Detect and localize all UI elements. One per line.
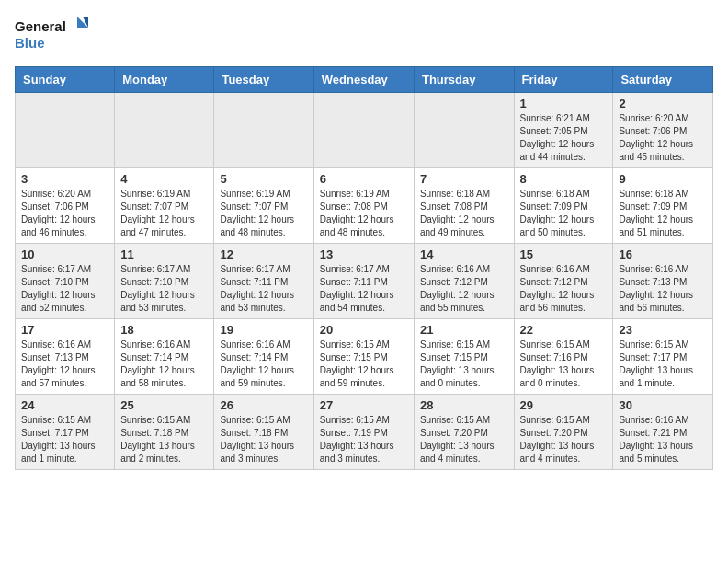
day-number: 22: [520, 323, 608, 337]
calendar-cell: 18Sunrise: 6:16 AM Sunset: 7:14 PM Dayli…: [115, 319, 214, 395]
day-header-tuesday: Tuesday: [214, 67, 313, 93]
day-header-monday: Monday: [115, 67, 214, 93]
day-info: Sunrise: 6:15 AM Sunset: 7:20 PM Dayligh…: [520, 414, 608, 465]
day-header-friday: Friday: [514, 67, 613, 93]
day-info: Sunrise: 6:18 AM Sunset: 7:08 PM Dayligh…: [420, 188, 508, 239]
calendar-cell: 12Sunrise: 6:17 AM Sunset: 7:11 PM Dayli…: [214, 244, 313, 319]
day-info: Sunrise: 6:15 AM Sunset: 7:20 PM Dayligh…: [420, 414, 508, 465]
day-number: 27: [320, 398, 408, 412]
day-info: Sunrise: 6:15 AM Sunset: 7:19 PM Dayligh…: [320, 414, 408, 465]
day-number: 16: [619, 247, 707, 261]
calendar-week-row: 24Sunrise: 6:15 AM Sunset: 7:17 PM Dayli…: [16, 395, 713, 470]
day-info: Sunrise: 6:15 AM Sunset: 7:18 PM Dayligh…: [220, 414, 307, 465]
day-info: Sunrise: 6:16 AM Sunset: 7:13 PM Dayligh…: [619, 263, 707, 315]
calendar-cell: 8Sunrise: 6:18 AM Sunset: 7:09 PM Daylig…: [514, 168, 613, 244]
svg-text:General: General: [15, 18, 66, 34]
calendar-cell: 10Sunrise: 6:17 AM Sunset: 7:10 PM Dayli…: [16, 244, 115, 319]
day-number: 6: [320, 172, 408, 186]
day-info: Sunrise: 6:21 AM Sunset: 7:05 PM Dayligh…: [520, 112, 608, 164]
logo: General Blue: [15, 15, 88, 55]
day-header-thursday: Thursday: [414, 67, 514, 93]
day-number: 18: [120, 323, 208, 337]
day-info: Sunrise: 6:15 AM Sunset: 7:15 PM Dayligh…: [420, 339, 508, 390]
calendar-cell: 19Sunrise: 6:16 AM Sunset: 7:14 PM Dayli…: [214, 319, 313, 395]
day-header-saturday: Saturday: [613, 67, 713, 93]
calendar-week-row: 1Sunrise: 6:21 AM Sunset: 7:05 PM Daylig…: [16, 93, 713, 168]
calendar-header-row: SundayMondayTuesdayWednesdayThursdayFrid…: [16, 67, 713, 93]
calendar-cell: 28Sunrise: 6:15 AM Sunset: 7:20 PM Dayli…: [414, 395, 514, 470]
day-info: Sunrise: 6:17 AM Sunset: 7:10 PM Dayligh…: [120, 263, 208, 315]
day-number: 10: [21, 247, 108, 261]
day-info: Sunrise: 6:16 AM Sunset: 7:14 PM Dayligh…: [220, 339, 307, 390]
day-number: 23: [619, 323, 707, 337]
calendar-cell: 4Sunrise: 6:19 AM Sunset: 7:07 PM Daylig…: [115, 168, 214, 244]
day-info: Sunrise: 6:15 AM Sunset: 7:17 PM Dayligh…: [619, 339, 707, 390]
calendar-cell: 9Sunrise: 6:18 AM Sunset: 7:09 PM Daylig…: [613, 168, 713, 244]
day-header-wednesday: Wednesday: [313, 67, 414, 93]
calendar-cell: 23Sunrise: 6:15 AM Sunset: 7:17 PM Dayli…: [613, 319, 713, 395]
day-info: Sunrise: 6:17 AM Sunset: 7:10 PM Dayligh…: [21, 263, 108, 315]
calendar-cell: 20Sunrise: 6:15 AM Sunset: 7:15 PM Dayli…: [313, 319, 414, 395]
calendar-cell: 6Sunrise: 6:19 AM Sunset: 7:08 PM Daylig…: [313, 168, 414, 244]
day-info: Sunrise: 6:16 AM Sunset: 7:14 PM Dayligh…: [120, 339, 208, 390]
calendar-cell: 30Sunrise: 6:16 AM Sunset: 7:21 PM Dayli…: [613, 395, 713, 470]
day-info: Sunrise: 6:19 AM Sunset: 7:07 PM Dayligh…: [120, 188, 208, 239]
day-info: Sunrise: 6:18 AM Sunset: 7:09 PM Dayligh…: [520, 188, 608, 239]
day-number: 3: [21, 172, 108, 186]
calendar-cell: 25Sunrise: 6:15 AM Sunset: 7:18 PM Dayli…: [115, 395, 214, 470]
day-info: Sunrise: 6:16 AM Sunset: 7:12 PM Dayligh…: [520, 263, 608, 315]
day-number: 14: [420, 247, 508, 261]
day-number: 20: [320, 323, 408, 337]
day-info: Sunrise: 6:18 AM Sunset: 7:09 PM Dayligh…: [619, 188, 707, 239]
day-number: 30: [619, 398, 707, 412]
day-number: 17: [21, 323, 108, 337]
day-number: 26: [220, 398, 307, 412]
calendar-cell: 11Sunrise: 6:17 AM Sunset: 7:10 PM Dayli…: [115, 244, 214, 319]
calendar-cell: 24Sunrise: 6:15 AM Sunset: 7:17 PM Dayli…: [16, 395, 115, 470]
day-info: Sunrise: 6:15 AM Sunset: 7:15 PM Dayligh…: [320, 339, 408, 390]
day-info: Sunrise: 6:15 AM Sunset: 7:18 PM Dayligh…: [120, 414, 208, 465]
day-info: Sunrise: 6:19 AM Sunset: 7:08 PM Dayligh…: [320, 188, 408, 239]
calendar-table: SundayMondayTuesdayWednesdayThursdayFrid…: [15, 66, 713, 470]
day-number: 1: [520, 97, 608, 110]
calendar-cell: 17Sunrise: 6:16 AM Sunset: 7:13 PM Dayli…: [16, 319, 115, 395]
day-info: Sunrise: 6:20 AM Sunset: 7:06 PM Dayligh…: [619, 112, 707, 164]
calendar-cell: 16Sunrise: 6:16 AM Sunset: 7:13 PM Dayli…: [613, 244, 713, 319]
day-number: 11: [120, 247, 208, 261]
calendar-cell: [115, 93, 214, 168]
calendar-cell: 27Sunrise: 6:15 AM Sunset: 7:19 PM Dayli…: [313, 395, 414, 470]
calendar-cell: 22Sunrise: 6:15 AM Sunset: 7:16 PM Dayli…: [514, 319, 613, 395]
day-number: 15: [520, 247, 608, 261]
day-number: 2: [619, 97, 707, 110]
day-number: 13: [320, 247, 408, 261]
calendar-cell: 2Sunrise: 6:20 AM Sunset: 7:06 PM Daylig…: [613, 93, 713, 168]
calendar-week-row: 3Sunrise: 6:20 AM Sunset: 7:06 PM Daylig…: [16, 168, 713, 244]
day-number: 24: [21, 398, 108, 412]
day-info: Sunrise: 6:16 AM Sunset: 7:13 PM Dayligh…: [21, 339, 108, 390]
calendar-cell: 7Sunrise: 6:18 AM Sunset: 7:08 PM Daylig…: [414, 168, 514, 244]
day-header-sunday: Sunday: [16, 67, 115, 93]
day-info: Sunrise: 6:16 AM Sunset: 7:12 PM Dayligh…: [420, 263, 508, 315]
day-number: 19: [220, 323, 307, 337]
calendar-cell: [214, 93, 313, 168]
day-number: 21: [420, 323, 508, 337]
day-number: 12: [220, 247, 307, 261]
calendar-cell: 14Sunrise: 6:16 AM Sunset: 7:12 PM Dayli…: [414, 244, 514, 319]
calendar-cell: 21Sunrise: 6:15 AM Sunset: 7:15 PM Dayli…: [414, 319, 514, 395]
calendar-cell: 3Sunrise: 6:20 AM Sunset: 7:06 PM Daylig…: [16, 168, 115, 244]
calendar-cell: 5Sunrise: 6:19 AM Sunset: 7:07 PM Daylig…: [214, 168, 313, 244]
calendar-cell: 1Sunrise: 6:21 AM Sunset: 7:05 PM Daylig…: [514, 93, 613, 168]
calendar-cell: 26Sunrise: 6:15 AM Sunset: 7:18 PM Dayli…: [214, 395, 313, 470]
day-number: 29: [520, 398, 608, 412]
day-number: 25: [120, 398, 208, 412]
day-info: Sunrise: 6:15 AM Sunset: 7:17 PM Dayligh…: [21, 414, 108, 465]
calendar-cell: 29Sunrise: 6:15 AM Sunset: 7:20 PM Dayli…: [514, 395, 613, 470]
day-info: Sunrise: 6:15 AM Sunset: 7:16 PM Dayligh…: [520, 339, 608, 390]
day-number: 5: [220, 172, 307, 186]
page-header: General Blue: [15, 15, 713, 55]
svg-text:Blue: Blue: [15, 35, 45, 51]
calendar-cell: [16, 93, 115, 168]
day-number: 7: [420, 172, 508, 186]
calendar-cell: [414, 93, 514, 168]
day-info: Sunrise: 6:20 AM Sunset: 7:06 PM Dayligh…: [21, 188, 108, 239]
